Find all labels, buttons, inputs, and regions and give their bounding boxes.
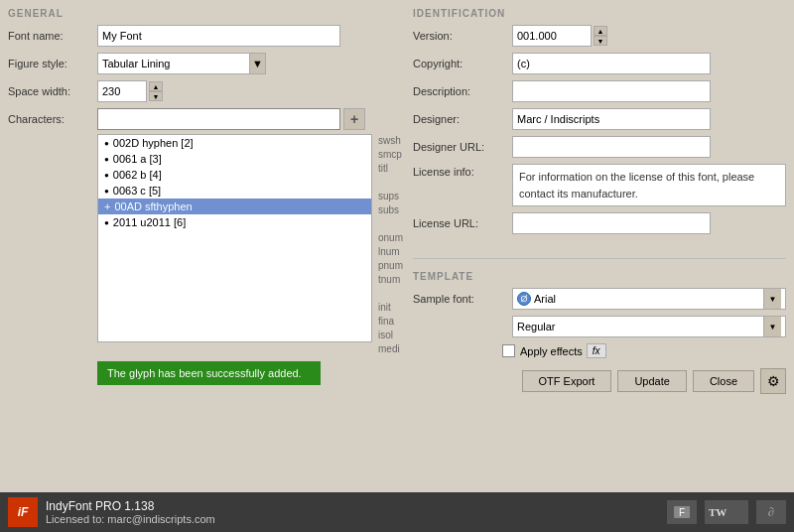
fx-badge[interactable]: fx bbox=[587, 343, 606, 358]
char-code: 0061 a [3] bbox=[113, 153, 162, 165]
char-code: 002D hyphen [2] bbox=[113, 137, 194, 149]
list-item[interactable]: ● 0061 a [3] bbox=[98, 151, 371, 167]
tag-tnum[interactable]: tnum bbox=[376, 273, 405, 286]
svg-text:∂: ∂ bbox=[768, 505, 774, 519]
list-item[interactable]: ● 2011 u2011 [6] bbox=[98, 214, 371, 230]
tag-onum[interactable]: onum bbox=[376, 231, 405, 244]
style-value: Regular bbox=[517, 321, 763, 332]
plus-icon: + bbox=[104, 200, 110, 212]
designer-input[interactable] bbox=[512, 108, 711, 130]
style-row: Regular ▼ bbox=[413, 316, 786, 337]
characters-label: Characters: bbox=[8, 113, 97, 125]
close-button[interactable]: Close bbox=[693, 370, 754, 392]
bullet-icon: ● bbox=[104, 218, 109, 227]
style-arrow: ▼ bbox=[763, 317, 781, 336]
list-item[interactable]: ● 002D hyphen [2] bbox=[98, 135, 371, 151]
sample-font-value: Arial bbox=[534, 293, 763, 305]
font-name-row: Font name: bbox=[8, 25, 405, 47]
tag-subs[interactable]: subs bbox=[376, 203, 405, 216]
designer-label: Designer: bbox=[413, 113, 512, 125]
designer-url-row: Designer URL: bbox=[413, 136, 786, 158]
tag-init[interactable]: init bbox=[376, 301, 405, 314]
license-info-label: License info: bbox=[413, 164, 512, 178]
tag-medi[interactable]: medi bbox=[376, 342, 405, 355]
font-icon: Ø bbox=[517, 292, 531, 306]
space-width-input[interactable] bbox=[97, 80, 147, 102]
license-url-row: License URL: bbox=[413, 212, 786, 234]
footer-icon-1[interactable]: F bbox=[667, 500, 697, 524]
figure-style-dropdown[interactable]: Tabular Lining ▼ bbox=[97, 53, 266, 74]
description-label: Description: bbox=[413, 85, 512, 97]
list-item-selected[interactable]: + 00AD sfthyphen bbox=[98, 199, 371, 214]
style-dropdown[interactable]: Regular ▼ bbox=[512, 316, 786, 337]
license-url-input[interactable] bbox=[512, 212, 711, 234]
space-width-label: Space width: bbox=[8, 85, 97, 97]
designer-url-label: Designer URL: bbox=[413, 141, 512, 153]
app-logo: iF bbox=[8, 497, 38, 527]
character-list[interactable]: ● 002D hyphen [2] ● 0061 a [3] ● 0062 b … bbox=[97, 134, 372, 342]
footer-icon-2[interactable]: TW bbox=[705, 500, 748, 524]
version-down[interactable]: ▼ bbox=[594, 36, 607, 46]
footer: iF IndyFont PRO 1.138 Licensed to: marc@… bbox=[0, 492, 794, 532]
tag-smcp[interactable]: smcp bbox=[376, 148, 405, 161]
tag-isol[interactable]: isol bbox=[376, 329, 405, 341]
add-character-button[interactable]: + bbox=[343, 108, 365, 130]
tag-titl[interactable]: titl bbox=[376, 162, 405, 175]
apply-effects-checkbox[interactable] bbox=[502, 344, 515, 357]
description-input[interactable] bbox=[512, 80, 711, 102]
tag-spacer1 bbox=[376, 176, 405, 189]
settings-button[interactable]: ⚙ bbox=[760, 368, 786, 394]
copyright-label: Copyright: bbox=[413, 58, 512, 69]
opentype-tags: swsh smcp titl sups subs onum lnum pnum … bbox=[376, 134, 405, 355]
characters-section: Characters: + ● 002D hyphen [2] ● 0061 a… bbox=[8, 108, 405, 484]
apply-effects-label: Apply effects bbox=[520, 345, 583, 357]
char-code: 0062 b [4] bbox=[113, 169, 162, 181]
tag-sups[interactable]: sups bbox=[376, 190, 405, 202]
list-item[interactable]: ● 0063 c [5] bbox=[98, 183, 371, 199]
space-width-down[interactable]: ▼ bbox=[149, 91, 163, 101]
sample-font-arrow: ▼ bbox=[763, 289, 781, 309]
char-code: 0063 c [5] bbox=[113, 185, 161, 197]
bullet-icon: ● bbox=[104, 171, 109, 180]
svg-text:TW: TW bbox=[709, 506, 727, 518]
list-item[interactable]: ● 0062 b [4] bbox=[98, 167, 371, 183]
characters-input[interactable] bbox=[97, 108, 340, 130]
app-name: IndyFont PRO 1.138 bbox=[46, 499, 215, 513]
template-section-title: TEMPLATE bbox=[413, 271, 786, 282]
footer-icons: F TW ∂ bbox=[667, 500, 786, 524]
tag-fina[interactable]: fina bbox=[376, 315, 405, 328]
sample-font-label: Sample font: bbox=[413, 293, 512, 305]
licensed-to: Licensed to: marc@indiscripts.com bbox=[46, 513, 215, 525]
update-button[interactable]: Update bbox=[617, 370, 686, 392]
identification-section-title: IDENTIFICATION bbox=[413, 8, 786, 19]
svg-text:F: F bbox=[679, 507, 685, 518]
tag-pnum[interactable]: pnum bbox=[376, 259, 405, 272]
bullet-icon: ● bbox=[104, 155, 109, 164]
font-name-input[interactable] bbox=[97, 25, 340, 47]
space-width-up[interactable]: ▲ bbox=[149, 81, 163, 91]
char-code: 00AD sfthyphen bbox=[114, 200, 192, 212]
indiscripts-icon: ∂ bbox=[761, 504, 781, 520]
tag-swsh[interactable]: swsh bbox=[376, 134, 405, 147]
version-row: Version: ▲ ▼ bbox=[413, 25, 786, 47]
action-buttons-row: OTF Export Update Close ⚙ bbox=[413, 368, 786, 394]
license-info-row: License info: For information on the lic… bbox=[413, 164, 786, 206]
font-icon-2: TW bbox=[707, 504, 746, 520]
tag-lnum[interactable]: lnum bbox=[376, 245, 405, 258]
copyright-input[interactable] bbox=[512, 53, 711, 74]
otf-export-button[interactable]: OTF Export bbox=[522, 370, 612, 392]
footer-text: IndyFont PRO 1.138 Licensed to: marc@ind… bbox=[46, 499, 215, 525]
footer-icon-3[interactable]: ∂ bbox=[756, 500, 786, 524]
version-input[interactable] bbox=[512, 25, 592, 47]
tag-spacer3 bbox=[376, 287, 405, 300]
characters-input-row: Characters: + bbox=[8, 108, 405, 130]
bullet-icon: ● bbox=[104, 139, 109, 148]
figure-style-arrow: ▼ bbox=[249, 54, 265, 73]
sample-font-dropdown[interactable]: Ø Arial ▼ bbox=[512, 288, 786, 310]
designer-url-input[interactable] bbox=[512, 136, 711, 158]
version-up[interactable]: ▲ bbox=[594, 26, 607, 36]
license-url-label: License URL: bbox=[413, 217, 512, 229]
char-code: 2011 u2011 [6] bbox=[113, 216, 186, 228]
font-name-label: Font name: bbox=[8, 30, 97, 42]
tag-spacer2 bbox=[376, 217, 405, 230]
